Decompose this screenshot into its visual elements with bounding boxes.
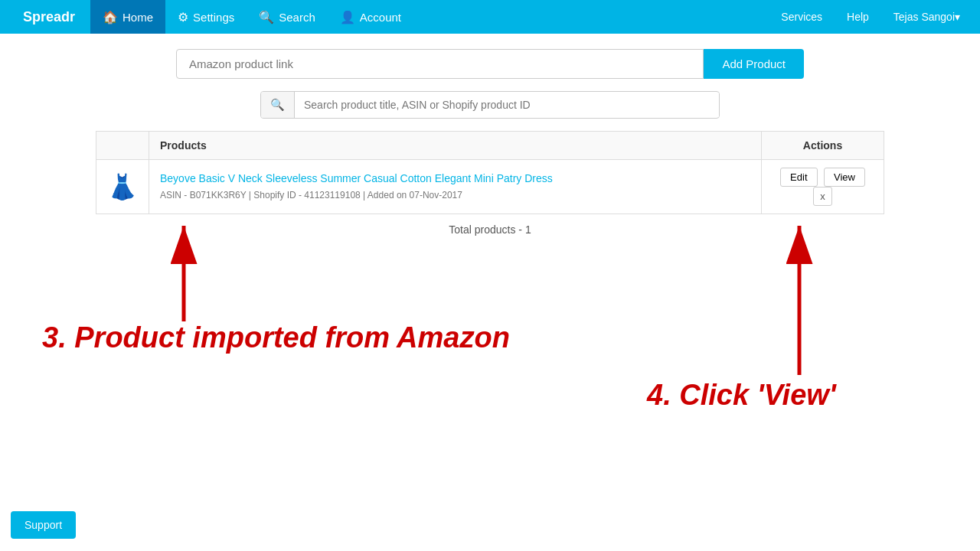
nav-settings[interactable]: ⚙ Settings	[165, 0, 247, 34]
nav-services[interactable]: Services	[769, 0, 835, 34]
delete-button[interactable]: x	[813, 187, 832, 206]
product-thumbnail-cell: 👗	[96, 160, 149, 214]
settings-icon: ⚙	[178, 10, 188, 24]
navbar-right: Services Help Tejas Sangoi▾	[769, 0, 972, 34]
products-table: Products Actions 👗 Beyove Basic V Neck S…	[96, 131, 884, 214]
col-thumb	[96, 132, 149, 160]
add-product-button[interactable]: Add Product	[704, 49, 804, 79]
product-title-link[interactable]: Beyove Basic V Neck Sleeveless Summer Ca…	[160, 172, 750, 184]
total-products: Total products - 1	[96, 223, 884, 236]
home-icon: 🏠	[103, 10, 118, 24]
search-nav-icon: 🔍	[259, 10, 274, 24]
product-link-bar: Add Product	[176, 49, 804, 79]
search-icon-button[interactable]: 🔍	[261, 92, 295, 118]
col-actions: Actions	[762, 132, 884, 160]
account-icon: 👤	[340, 10, 355, 24]
product-thumbnail: 👗	[107, 168, 138, 206]
col-products: Products	[149, 132, 762, 160]
edit-button[interactable]: Edit	[780, 168, 817, 187]
amazon-link-input[interactable]	[176, 49, 704, 79]
support-button[interactable]: Support	[11, 511, 76, 539]
nav-user[interactable]: Tejas Sangoi▾	[881, 0, 972, 34]
annotation-step4: 4. Click 'View'	[647, 379, 836, 412]
product-search-bar: 🔍	[260, 91, 720, 119]
nav-help[interactable]: Help	[835, 0, 881, 34]
table-row: 👗 Beyove Basic V Neck Sleeveless Summer …	[96, 160, 884, 214]
nav-home[interactable]: 🏠 Home	[90, 0, 165, 34]
product-info-cell: Beyove Basic V Neck Sleeveless Summer Ca…	[149, 160, 762, 214]
main-content: Add Product 🔍 Products Actions 👗 Beyo	[0, 34, 980, 257]
nav-account[interactable]: 👤 Account	[328, 0, 413, 34]
product-meta: ASIN - B071KK3R6Y | Shopify ID - 4112311…	[160, 190, 462, 201]
dress-icon: 👗	[107, 172, 138, 201]
brand[interactable]: Spreadr	[8, 9, 90, 25]
annotation-step3: 3. Product imported from Amazon	[42, 321, 510, 354]
nav-search[interactable]: 🔍 Search	[247, 0, 328, 34]
product-actions-cell: Edit View x	[762, 160, 884, 214]
view-button[interactable]: View	[824, 168, 865, 187]
product-search-input[interactable]	[295, 93, 719, 117]
navbar: Spreadr 🏠 Home ⚙ Settings 🔍 Search 👤 Acc…	[0, 0, 980, 34]
